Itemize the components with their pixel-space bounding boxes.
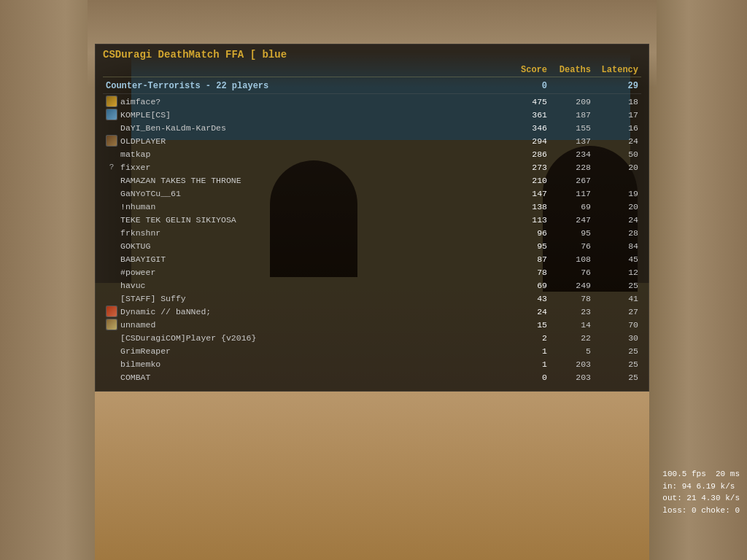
player-latency: 20	[591, 163, 638, 172]
player-deaths: 76	[547, 241, 591, 251]
player-row: [STAFF] Suffy437841	[103, 292, 641, 305]
player-row: RAMAZAN TAKES THE THRONE210267	[103, 174, 641, 187]
player-avatar	[106, 332, 117, 343]
player-score: 0	[507, 373, 547, 382]
player-score: 475	[507, 97, 547, 106]
player-latency: 41	[591, 294, 638, 303]
player-deaths: 108	[547, 254, 591, 264]
player-score: 43	[507, 294, 547, 303]
player-name: COMBAT	[120, 373, 507, 382]
player-latency: 18	[591, 97, 638, 106]
player-name: fixxer	[120, 163, 507, 172]
player-deaths: 23	[547, 307, 591, 316]
player-latency: 12	[591, 268, 638, 277]
player-avatar	[106, 174, 117, 186]
player-deaths: 203	[547, 373, 591, 382]
player-row: unnamed151470	[103, 318, 641, 331]
player-avatar	[106, 253, 117, 265]
player-avatar	[106, 279, 117, 291]
latency-ms: 20 ms	[716, 470, 740, 478]
player-score: 69	[507, 281, 547, 290]
player-deaths: 5	[547, 346, 591, 356]
perf-stats: 100.5 fps 20 ms in: 94 6.19 k/s out: 21 …	[662, 468, 740, 516]
player-avatar	[106, 148, 117, 160]
player-name: OLDPLAYER	[120, 136, 507, 146]
player-avatar	[106, 371, 117, 383]
scoreboard-header: Score Deaths Latency	[103, 65, 641, 77]
player-name: #poweer	[120, 268, 507, 277]
player-score: 78	[507, 268, 547, 277]
player-avatar	[106, 109, 117, 120]
player-row: frknshnr969528	[103, 226, 641, 239]
player-latency: 24	[591, 136, 638, 146]
player-latency: 24	[591, 215, 638, 225]
player-row: #poweer787612	[103, 265, 641, 279]
out-rate: out: 21 4.30 k/s	[662, 492, 740, 505]
player-latency: 25	[591, 373, 638, 382]
player-avatar	[106, 201, 117, 212]
player-latency: 45	[591, 254, 638, 264]
player-name: DaYI_Ben-KaLdm-KarDes	[120, 123, 507, 133]
player-name: frknshnr	[120, 228, 507, 238]
player-avatar	[106, 358, 117, 370]
player-deaths: 247	[547, 215, 591, 225]
player-score: 346	[507, 123, 547, 133]
player-name: GaNYoTCu__61	[120, 189, 507, 198]
player-deaths: 155	[547, 123, 591, 133]
player-score: 15	[507, 320, 547, 330]
player-name: GrimReaper	[120, 346, 507, 356]
player-deaths: 249	[547, 281, 591, 290]
player-row: Dynamic // baNNed;242327	[103, 305, 641, 318]
player-score: 113	[507, 215, 547, 225]
player-row: !nhuman1386920	[103, 200, 641, 213]
header-score: Score	[507, 65, 547, 75]
player-list: aimface?47520918KOMPLE[CS]36118717DaYI_B…	[103, 95, 641, 384]
player-deaths: 209	[547, 97, 591, 106]
player-row: aimface?47520918	[103, 95, 641, 108]
player-avatar	[106, 227, 117, 238]
in-rate: in: 94 6.19 k/s	[662, 481, 740, 493]
player-score: 96	[507, 228, 547, 238]
player-latency: 28	[591, 228, 638, 238]
team-row: Counter-Terrorists - 22 players 0 29	[103, 79, 641, 94]
player-deaths: 76	[547, 268, 591, 277]
player-deaths: 137	[547, 136, 591, 146]
scoreboard-title: CSDuragi DeathMatch FFA [ blue	[103, 49, 641, 62]
player-name: aimface?	[120, 97, 507, 106]
player-score: 95	[507, 241, 547, 251]
player-name: RAMAZAN TAKES THE THRONE	[120, 176, 507, 185]
player-row: GOKTUG957684	[103, 239, 641, 252]
scoreboard: CSDuragi DeathMatch FFA [ blue Score Dea…	[95, 44, 649, 392]
player-deaths: 187	[547, 110, 591, 120]
player-avatar	[106, 266, 117, 278]
player-score: 87	[507, 254, 547, 264]
player-name: bilmemko	[120, 359, 507, 369]
player-score: 286	[507, 149, 547, 159]
player-row: DaYI_Ben-KaLdm-KarDes34615516	[103, 121, 641, 134]
team-latency: 29	[591, 81, 638, 91]
player-deaths: 203	[547, 359, 591, 369]
player-score: 273	[507, 163, 547, 172]
player-row: COMBAT020325	[103, 370, 641, 384]
player-name: havuc	[120, 281, 507, 290]
player-deaths: 95	[547, 228, 591, 238]
player-row: matkap28623450	[103, 147, 641, 160]
player-deaths: 267	[547, 176, 591, 185]
player-avatar	[106, 122, 117, 133]
player-score: 294	[507, 136, 547, 146]
player-row: TEKE TEK GELIN SIKIYOSA11324724	[103, 213, 641, 226]
player-avatar	[106, 345, 117, 357]
player-score: 1	[507, 346, 547, 356]
player-score: 361	[507, 110, 547, 120]
team-label: Counter-Terrorists - 22 players	[106, 81, 507, 91]
player-score: 210	[507, 176, 547, 185]
player-latency: 30	[591, 333, 638, 343]
player-row: havuc6924925	[103, 279, 641, 292]
loss-choke: loss: 0 choke: 0	[662, 505, 740, 517]
player-latency: 84	[591, 241, 638, 251]
player-avatar	[106, 240, 117, 252]
player-row: bilmemko120325	[103, 357, 641, 370]
player-latency: 17	[591, 110, 638, 120]
player-latency: 25	[591, 281, 638, 290]
player-score: 1	[507, 359, 547, 369]
